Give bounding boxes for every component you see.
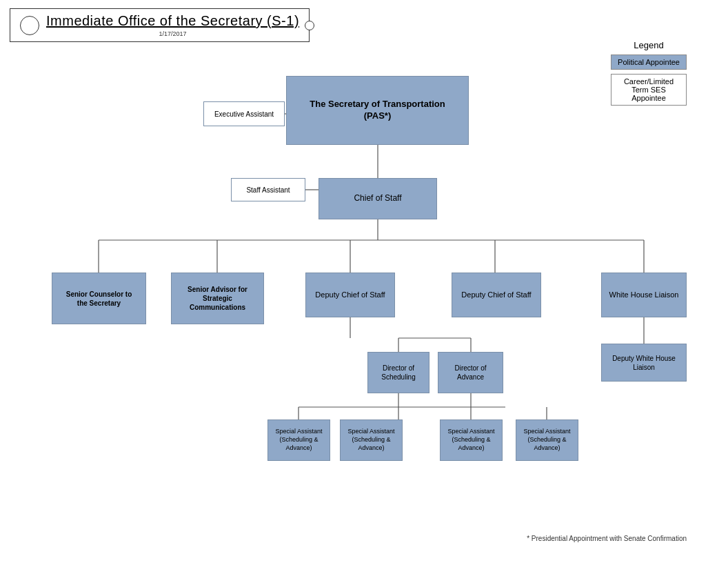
header-circle-right: [305, 21, 314, 30]
node-dir-advance: Director of Advance: [438, 352, 503, 393]
org-chart: The Secretary of Transportation (PAS*) E…: [0, 62, 728, 563]
node-senior-advisor: Senior Advisor for Strategic Communicati…: [171, 273, 264, 324]
node-deputy-chief-2: Deputy Chief of Staff: [452, 273, 541, 317]
legend-title: Legend: [611, 40, 687, 50]
node-staff-assistant: Staff Assistant: [231, 178, 305, 201]
node-senior-counselor: Senior Counselor to the Secretary: [52, 273, 146, 324]
node-white-house-liaison: White House Liaison: [601, 273, 687, 317]
node-special-asst-3: Special Assistant (Scheduling & Advance): [440, 419, 503, 461]
node-executive-assistant: Executive Assistant: [203, 101, 285, 126]
node-special-asst-1: Special Assistant (Scheduling & Advance): [267, 419, 330, 461]
header-box: Immediate Office of the Secretary (S-1) …: [10, 8, 310, 42]
node-special-asst-2: Special Assistant (Scheduling & Advance): [340, 419, 403, 461]
node-deputy-chief-1: Deputy Chief of Staff: [305, 273, 395, 317]
header-circle-left: [20, 16, 39, 35]
node-deputy-wh-liaison: Deputy White House Liaison: [601, 344, 687, 382]
node-chief-of-staff: Chief of Staff: [318, 178, 437, 219]
node-dir-scheduling: Director of Scheduling: [367, 352, 429, 393]
page-title: Immediate Office of the Secretary (S-1): [46, 13, 299, 29]
node-special-asst-4: Special Assistant (Scheduling & Advance): [516, 419, 578, 461]
node-secretary: The Secretary of Transportation (PAS*): [286, 76, 469, 145]
header-date: 1/17/2017: [46, 30, 299, 37]
